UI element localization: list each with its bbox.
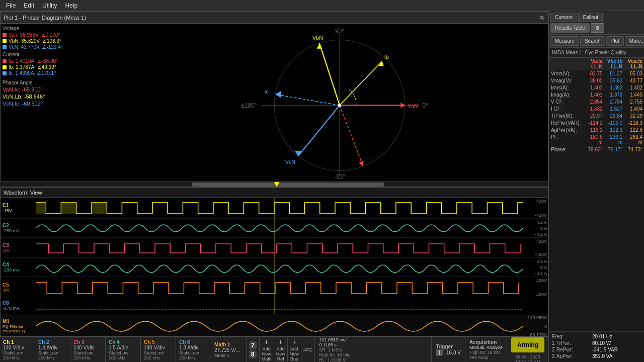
current-label: Current	[3, 52, 129, 57]
imda-appwr-va: 116.1	[584, 127, 604, 133]
nav-7-button[interactable]: 7	[249, 341, 257, 349]
svg-text:VcN: VcN	[285, 159, 295, 165]
phasor-diagram: 90° -90° ±180° 0° VaN VbN	[131, 24, 548, 182]
ch2-control[interactable]: Ch 2 1.4 A/div StaticLow 200 kHz	[35, 337, 70, 362]
imda-trpwr-va: 20.97	[584, 113, 604, 119]
imda-pf-vb: 239.1 m	[604, 134, 624, 146]
imda-phase-row: Phase: 79.60° 76.17° 74.73°	[549, 146, 644, 153]
add-new-ref-button[interactable]: + Add New Ref	[274, 337, 288, 362]
plot-close-button[interactable]: ✕	[539, 14, 545, 22]
imda-phase-vc: 74.73°	[624, 146, 644, 153]
horizontal-control[interactable]: Horizontal 101.0832 ms/ 0.1108 s SR: 1 M…	[315, 337, 432, 362]
imda-summary: Freq: 20.01 Hz Σ TrPwr: 80.10 W Σ RePwr:…	[549, 331, 644, 362]
trpwr-sum-row: Σ TrPwr: 80.10 W	[552, 340, 641, 346]
main-layout: Plot 1 - Phasor Diagram (Meas 1) ✕ Volta…	[0, 11, 644, 362]
ch6-name: C6	[3, 300, 34, 306]
plot-content: Voltage Van: 38.988V, ∠0.000° VbN: 35.62…	[1, 24, 548, 182]
plot-button[interactable]: Plot	[606, 36, 624, 46]
imda-imag-label: Imag(A):	[549, 92, 584, 98]
ch1-control[interactable]: Ch 1 140 V/div StaticLow 200 kHz	[0, 337, 35, 362]
more-button[interactable]: More...	[625, 36, 644, 46]
imda-vrms-vb: 81.27	[604, 70, 624, 77]
trigger-control[interactable]: Trigger 1 -16.8 V	[432, 337, 465, 362]
imda-table: Va:IaLL-N Vbc:IbLL-N Vca:IcLL-N Vrms(V):…	[549, 58, 644, 331]
add-ref-label2: New	[276, 351, 285, 356]
ch5-control[interactable]: Ch 5 140 V/div StaticLow 200 kHz	[141, 337, 176, 362]
vcn-value: VcN: 43.770V, ∠-129.4°	[9, 44, 63, 50]
imda-vmag-row: Vmag(V): 39.00 35.62 43.77	[549, 77, 644, 84]
measure-button[interactable]: Measure	[550, 36, 579, 46]
ch4-waveform	[36, 258, 523, 277]
ch5-ctrl-name: Ch 5	[144, 339, 173, 345]
imda-col-empty	[549, 58, 584, 70]
menu-utility[interactable]: Utility	[38, 1, 61, 10]
ch4-name: C4	[3, 262, 34, 267]
appwr-sum-label: Σ ApPwr:	[552, 353, 592, 359]
results-table-button[interactable]: Results Table	[550, 23, 590, 33]
pa-van-ic: VaN,Ic: -65.900°	[3, 86, 129, 93]
svg-text:90°: 90°	[335, 28, 344, 35]
add-ref-icon: +	[279, 338, 283, 346]
acq-label: Acquisition	[469, 339, 503, 345]
math-name: M1	[3, 319, 34, 324]
arming-section: Arming 26 Oct 2023 12:51:13 AM	[507, 337, 548, 362]
svg-rect-26	[36, 203, 46, 214]
imda-imag-vb: 1.379	[604, 92, 624, 98]
settings-icon-button[interactable]: ⚙	[591, 23, 604, 33]
svg-text:-90°: -90°	[334, 173, 345, 180]
math-row: M1 PQ-Filtered-ch1(meas 1) 110.980V 0 -8…	[1, 314, 548, 337]
vbn-value: VbN: 35.620V, ∠108.3°	[9, 38, 61, 44]
vcn-legend-item: VcN: 43.770V, ∠-129.4°	[3, 44, 129, 50]
ch6-control[interactable]: Ch 6 1.3 A/div StaticLow 200 kHz	[176, 337, 211, 362]
imda-irms-row: Irms(A): 1.403 1.382 1.402	[549, 84, 644, 92]
ch4-row: C4 -200 mA 4.5 A 0 A -4.5 A	[1, 258, 548, 277]
trigger-label: Trigger	[436, 344, 461, 349]
right-toolbar-row2: Measure Search Plot More...	[549, 35, 644, 48]
imda-vcf-va: 2.854	[584, 99, 604, 105]
add-math-label2: New	[262, 351, 271, 356]
ch6-value: -170 mA	[3, 306, 34, 311]
callout-button[interactable]: Callout	[578, 13, 603, 22]
math1-ctrl-val2: Meas 1	[214, 353, 243, 358]
freq-label: Freq:	[552, 334, 592, 339]
ch3-label: C3 -3V	[1, 242, 36, 253]
acquisition-control[interactable]: Acquisition Manual, Analyze High 8x: 16 …	[465, 337, 507, 362]
math-desc: PQ-Filtered-ch1(meas 1)	[3, 324, 34, 333]
acq-val1: Manual, Analyze	[469, 345, 503, 350]
ch4-control[interactable]: Ch 4 1.5 A/div StaticLow 200 kHz	[106, 337, 141, 362]
vbn-legend-item: VbN: 35.620V, ∠108.3°	[3, 38, 129, 44]
imda-repwr-label: RePwr(VAR):	[549, 120, 584, 126]
ia-legend-item: Ia: 1.4019A, ∠-68.90°	[3, 58, 129, 64]
imda-trpwr-row: TrPwr(W): 20.97 26.84 32.29	[549, 113, 644, 120]
menu-help[interactable]: Help	[61, 1, 82, 10]
ch2-ctrl-val2: StaticLow	[38, 350, 67, 355]
add-new-math-button[interactable]: + Add New Math	[260, 337, 274, 362]
menu-edit[interactable]: Edit	[20, 1, 38, 10]
nav-separator: 7 8	[247, 337, 260, 362]
ch4-value: -200 mA	[3, 267, 34, 273]
plot-title-bar: Plot 1 - Phasor Diagram (Meas 1) ✕	[1, 12, 548, 24]
arming-button[interactable]: Arming	[511, 337, 544, 352]
scroll-thumb[interactable]	[192, 183, 384, 187]
ch3-scale: 420V -420V	[523, 238, 548, 258]
imda-col-vc: Vca:IcLL-N	[624, 58, 644, 70]
menu-file[interactable]: File	[2, 1, 20, 10]
add-new-bus-button[interactable]: + Add New Bus	[288, 337, 301, 362]
imda-imag-vc: 1.440	[624, 92, 644, 98]
waveform-scrollbar[interactable]	[0, 182, 548, 187]
search-button[interactable]: Search	[580, 36, 605, 46]
ch6-label: C6 -170 mA	[1, 300, 36, 311]
cursors-button[interactable]: Cursors	[550, 13, 577, 22]
math1-control[interactable]: Math 1 27.725 V/... Meas 1	[211, 337, 247, 362]
phasor-angle-section: Phasor Angle VaN,Ic: -65.900° VbN,Lb: -5…	[3, 80, 129, 107]
ch3-control[interactable]: Ch 3 140 V/div StaticLow 200 kHz	[70, 337, 106, 362]
afg-button[interactable]: AFG	[301, 337, 315, 362]
ch5-waveform	[36, 277, 523, 298]
nav-8-button[interactable]: 8	[249, 350, 257, 358]
ch1-scale-bot: -420V	[535, 213, 547, 218]
imda-pf-label: PF:	[549, 134, 584, 146]
ch5-scale: 420V -420V	[523, 277, 548, 298]
imda-vmag-va: 39.00	[584, 77, 604, 84]
add-bus-icon: +	[292, 338, 296, 346]
add-bus-label3: Bus	[290, 356, 298, 361]
